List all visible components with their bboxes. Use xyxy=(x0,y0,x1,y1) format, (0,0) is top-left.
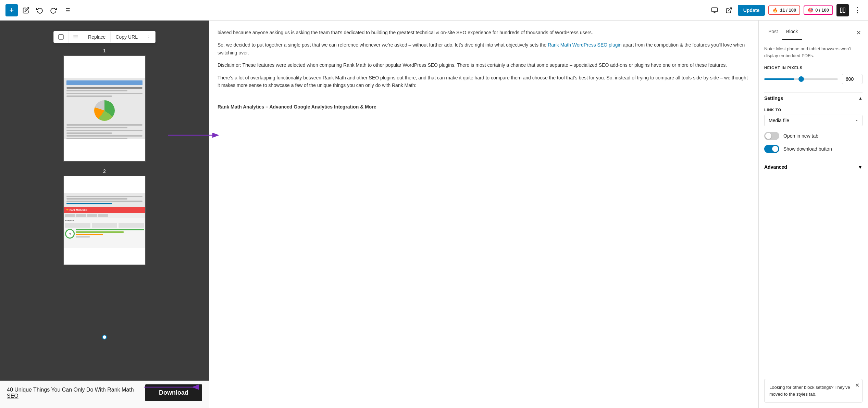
list-icon xyxy=(64,7,71,14)
block-tab[interactable]: Block xyxy=(782,26,802,40)
pdf-line xyxy=(66,132,112,134)
page-1-number: 1 xyxy=(63,48,146,53)
show-download-row: Show download button xyxy=(764,145,863,153)
page-2-content: 🏆 Rank Math SEO xyxy=(64,193,145,248)
settings-header[interactable]: Settings ▲ xyxy=(764,92,863,104)
link-to-select[interactable]: Media file None Attachment page xyxy=(764,115,863,126)
toggle-slider-download xyxy=(764,145,779,153)
add-block-button[interactable]: + xyxy=(5,4,18,16)
rank-math-count: 11 / 100 xyxy=(780,8,796,13)
height-section: HEIGHT IN PIXELS 600 xyxy=(764,66,863,84)
external-link-button[interactable] xyxy=(723,5,734,16)
copy-url-label[interactable]: Copy URL xyxy=(110,31,142,42)
toolbar-left: + xyxy=(5,4,73,16)
pdf-viewer-panel[interactable]: Replace Copy URL ⋮ 1 xyxy=(0,21,209,408)
block-toolbar: Replace Copy URL ⋮ xyxy=(53,31,156,43)
advanced-header[interactable]: Advanced ▼ xyxy=(764,160,863,174)
layout-icon xyxy=(840,7,846,13)
circle-value: 76 xyxy=(65,229,75,239)
pdf-page-1 xyxy=(63,55,146,162)
height-input[interactable]: 600 xyxy=(842,74,863,84)
block-more-button[interactable]: ⋮ xyxy=(142,32,155,42)
screenshot-tabs xyxy=(64,213,145,218)
screenshot-tab xyxy=(87,214,97,217)
toolbar-right: Update 🔥 11 / 100 🎯 0 / 100 ⋮ xyxy=(709,4,863,16)
svg-rect-6 xyxy=(711,8,717,12)
svg-rect-11 xyxy=(843,8,845,13)
content-text: biased because anyone asking us is askin… xyxy=(218,29,750,111)
rank-math-link[interactable]: Rank Math WordPress SEO plugin xyxy=(548,42,621,48)
align-icon xyxy=(73,34,79,40)
pdf-page-2: 🏆 Rank Math SEO xyxy=(63,176,146,265)
pdf-line xyxy=(66,203,112,204)
sidebar-close-button[interactable]: ✕ xyxy=(855,28,863,38)
advanced-chevron-icon: ▼ xyxy=(858,164,863,170)
undo-button[interactable] xyxy=(34,5,45,16)
screenshot-brand: 🏆 Rank Math SEO xyxy=(66,209,87,212)
show-download-toggle[interactable] xyxy=(764,145,779,153)
open-new-tab-label: Open in new tab xyxy=(783,133,818,139)
advanced-section: Advanced ▼ xyxy=(764,160,863,174)
open-new-tab-toggle[interactable] xyxy=(764,132,779,140)
download-arrow xyxy=(144,382,206,392)
pdf-line xyxy=(66,124,142,126)
link-to-label: LINK TO xyxy=(764,108,863,112)
post-tab[interactable]: Post xyxy=(764,26,782,40)
pencil-icon xyxy=(23,7,29,14)
update-button[interactable]: Update xyxy=(738,5,765,16)
pdf-line xyxy=(66,90,127,91)
main-toolbar: + Update 🔥 11 / 100 🎯 0 / 100 xyxy=(0,0,868,21)
pdf-line xyxy=(66,130,142,131)
settings-label: Settings xyxy=(764,95,783,101)
analytics-screenshot: 🏆 Rank Math SEO xyxy=(64,207,145,248)
list-view-button[interactable] xyxy=(62,5,73,16)
screenshot-tab xyxy=(98,214,108,217)
sidebar-body: Note: Most phone and tablet browsers won… xyxy=(759,40,868,373)
page-1-container: 1 xyxy=(63,48,146,162)
block-icon-button[interactable] xyxy=(54,31,68,43)
resize-handle[interactable] xyxy=(102,335,107,340)
svg-line-9 xyxy=(728,8,731,11)
rank-math-icon: 🔥 xyxy=(772,8,778,13)
tools-button[interactable] xyxy=(21,5,32,16)
link-to-section: LINK TO Media file None Attachment page xyxy=(764,104,863,126)
pdf-line xyxy=(66,135,142,137)
external-link-icon xyxy=(726,7,732,14)
content-paragraph-1: biased because anyone asking us is askin… xyxy=(218,29,750,36)
ai-count: 0 / 100 xyxy=(815,8,829,13)
redo-button[interactable] xyxy=(48,5,59,16)
open-new-tab-row: Open in new tab xyxy=(764,132,863,140)
pdf-line xyxy=(66,196,142,197)
block-align-button[interactable] xyxy=(68,31,83,43)
sidebar-header: Post Block ✕ xyxy=(759,21,868,40)
content-paragraph-2: So, we decided to put together a single … xyxy=(218,41,750,56)
screenshot-tab xyxy=(76,214,86,217)
content-heading: Rank Math Analytics – Advanced Google An… xyxy=(218,103,750,111)
notice-close-button[interactable]: ✕ xyxy=(855,382,859,388)
main-area: Replace Copy URL ⋮ 1 xyxy=(0,21,868,408)
content-paragraph-4: There's a lot of overlapping functionali… xyxy=(218,74,750,89)
preview-layout-button[interactable] xyxy=(709,5,720,16)
undo-icon xyxy=(36,7,43,14)
slider-row: 600 xyxy=(764,74,863,84)
ai-counter[interactable]: 🎯 0 / 100 xyxy=(804,5,833,15)
desktop-icon xyxy=(711,7,718,14)
download-link[interactable]: 40 Unique Things You Can Only Do With Ra… xyxy=(7,387,145,399)
screenshot-header: 🏆 Rank Math SEO xyxy=(64,207,145,213)
show-download-label: Show download button xyxy=(783,146,832,152)
page-2-number: 2 xyxy=(63,168,146,174)
settings-section: Settings ▲ LINK TO Media file None Attac… xyxy=(764,92,863,153)
height-slider[interactable] xyxy=(764,78,838,80)
svg-rect-10 xyxy=(840,8,842,13)
content-divider xyxy=(218,96,750,96)
replace-label[interactable]: Replace xyxy=(83,31,110,42)
advanced-label: Advanced xyxy=(764,164,787,170)
rank-math-counter[interactable]: 🔥 11 / 100 xyxy=(768,5,800,15)
layout-button[interactable] xyxy=(836,4,849,16)
sidebar-notice: Looking for other block settings? They'v… xyxy=(764,379,863,403)
ai-icon: 🎯 xyxy=(808,8,813,13)
sidebar-note: Note: Most phone and tablet browsers won… xyxy=(764,46,863,59)
screenshot-body: Analytics 76 xyxy=(64,213,145,248)
more-options-button[interactable]: ⋮ xyxy=(852,4,863,16)
settings-chevron-icon: ▲ xyxy=(858,96,863,101)
